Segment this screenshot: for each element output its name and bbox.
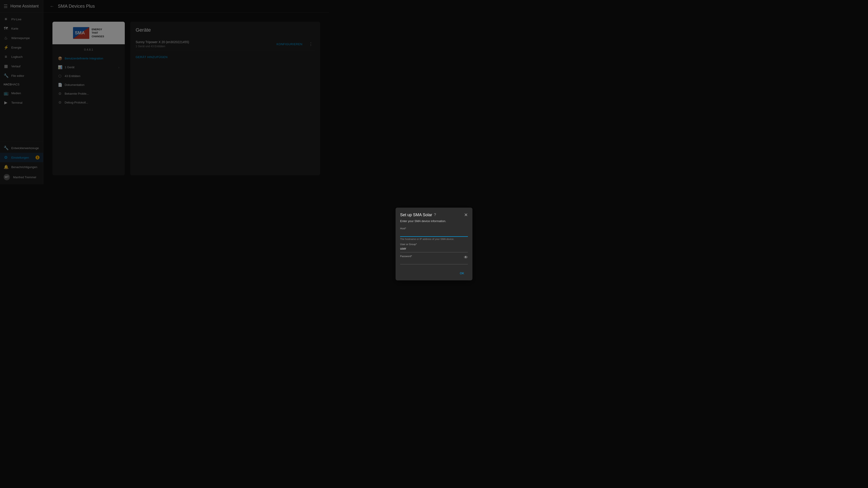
dialog-overlay: Set up SMA Solar ? ✕ Enter your SMA devi… xyxy=(0,0,329,184)
